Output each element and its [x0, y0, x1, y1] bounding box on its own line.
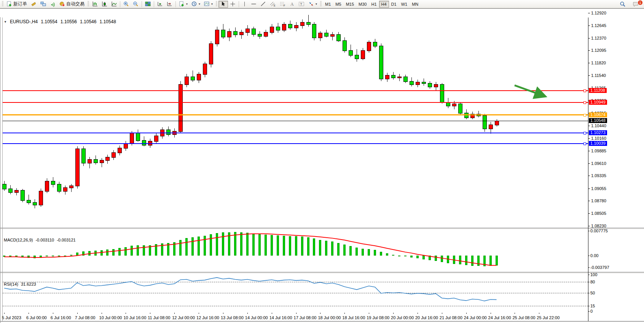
date-label[interactable]: 25 Jul 22:00	[537, 315, 560, 320]
timeframe-h1-button[interactable]: H1	[369, 1, 379, 8]
indicators-button[interactable]: ▾	[177, 1, 190, 8]
time-tick[interactable]	[174, 313, 175, 314]
date-label[interactable]: 12 Jul 00:00	[172, 315, 195, 320]
horizontal-line-object[interactable]	[3, 114, 588, 115]
toolbar-drag-handle[interactable]	[88, 1, 89, 7]
line-chart-button[interactable]	[109, 1, 119, 8]
toolbar-drag-handle[interactable]	[2, 1, 3, 7]
date-label[interactable]: 5 Jul 2023	[2, 315, 21, 320]
time-tick[interactable]	[53, 313, 53, 314]
date-label[interactable]: 24 Jul 16:00	[488, 315, 511, 320]
horizontal-line-object[interactable]	[3, 102, 588, 103]
horizontal-line-object[interactable]	[3, 133, 588, 133]
date-label[interactable]: 20 Jul 00:00	[391, 315, 414, 320]
time-tick[interactable]	[491, 313, 491, 314]
time-tick[interactable]	[77, 313, 78, 314]
time-tick[interactable]	[515, 313, 515, 314]
time-tick[interactable]	[393, 313, 394, 314]
date-label[interactable]: 10 Jul 00:00	[99, 315, 122, 320]
date-label[interactable]: 17 Jul 08:00	[294, 315, 317, 320]
candle-body	[233, 31, 238, 35]
date-label[interactable]: 19 Jul 08:00	[367, 315, 389, 320]
time-tick[interactable]	[126, 313, 126, 314]
date-label[interactable]: 6 Jul 00:00	[26, 315, 47, 320]
date-label[interactable]: 7 Jul 08:00	[75, 315, 96, 320]
line-handle[interactable]	[583, 114, 586, 117]
timeframe-m30-button[interactable]: M30	[356, 1, 369, 8]
search-button[interactable]	[618, 1, 628, 8]
date-label[interactable]: 10 Jul 16:00	[123, 315, 146, 320]
auto-trading-button[interactable]: 自动交易	[57, 1, 86, 8]
date-label[interactable]: 18 Jul 16:00	[342, 315, 365, 320]
line-handle[interactable]	[583, 101, 586, 104]
time-tick[interactable]	[150, 313, 150, 314]
time-tick[interactable]	[418, 313, 418, 314]
date-label[interactable]: 6 Jul 16:00	[51, 315, 71, 320]
zoom-out-button[interactable]	[131, 1, 140, 8]
trendline-button[interactable]	[258, 1, 268, 8]
timeframe-w1-button[interactable]: W1	[399, 1, 410, 8]
timeframe-m5-button[interactable]: M5	[333, 1, 343, 8]
timeframe-m1-button[interactable]: M1	[323, 1, 333, 8]
date-label[interactable]: 25 Jul 08:00	[512, 315, 535, 320]
arrows-button[interactable]: ▾	[306, 1, 319, 8]
tile-windows-button[interactable]	[143, 1, 153, 8]
date-label[interactable]: 24 Jul 00:00	[464, 315, 487, 320]
signals-button[interactable]	[48, 1, 57, 8]
date-label[interactable]: 14 Jul 00:00	[245, 315, 268, 320]
time-tick[interactable]	[296, 313, 296, 314]
periods-button[interactable]: ▾	[190, 1, 202, 8]
vertical-line-button[interactable]	[240, 1, 249, 8]
zoom-in-button[interactable]	[121, 1, 131, 8]
horizontal-line-object[interactable]	[3, 143, 588, 144]
date-label[interactable]: 14 Jul 16:00	[269, 315, 292, 320]
notifications-button[interactable]: 1	[631, 1, 641, 8]
cursor-button[interactable]	[218, 1, 228, 8]
line-handle[interactable]	[583, 142, 586, 145]
text-button[interactable]: A	[288, 1, 296, 8]
time-tick[interactable]	[272, 313, 272, 314]
text-label-button[interactable]: T	[296, 1, 306, 8]
time-tick[interactable]	[320, 313, 320, 314]
date-label[interactable]: 12 Jul 16:00	[196, 315, 219, 320]
date-label[interactable]: 11 Jul 08:00	[148, 315, 170, 320]
date-label[interactable]: 20 Jul 16:00	[415, 315, 438, 320]
time-tick[interactable]	[29, 313, 29, 314]
horn-button[interactable]	[29, 1, 38, 8]
time-tick[interactable]	[4, 313, 5, 314]
line-handle[interactable]	[583, 132, 586, 134]
crosshair-button[interactable]	[228, 1, 238, 8]
timeframe-m15-button[interactable]: M15	[344, 1, 356, 8]
timeframe-d1-button[interactable]: D1	[389, 1, 399, 8]
time-tick[interactable]	[466, 313, 467, 314]
date-label[interactable]: 21 Jul 08:00	[440, 315, 462, 320]
new-order-button[interactable]: 新订单	[5, 1, 29, 8]
candlestick-chart-button[interactable]	[100, 1, 109, 8]
timeframe-mn-button[interactable]: MN	[410, 1, 421, 8]
templates-button[interactable]: ▾	[202, 1, 215, 8]
date-label[interactable]: 13 Jul 08:00	[221, 315, 244, 320]
time-tick[interactable]	[369, 313, 369, 314]
time-tick[interactable]	[223, 313, 223, 314]
fibonacci-button[interactable]: F	[278, 1, 288, 8]
date-label[interactable]: 18 Jul 00:00	[318, 315, 341, 320]
horizontal-line-object[interactable]	[3, 90, 588, 91]
time-tick[interactable]	[344, 313, 345, 314]
chart-shift-button[interactable]	[165, 1, 174, 8]
toolbar-drag-handle[interactable]	[320, 1, 322, 7]
time-tick[interactable]	[539, 313, 539, 314]
equidistant-channel-button[interactable]: E	[268, 1, 278, 8]
time-tick[interactable]	[102, 313, 102, 314]
time-tick[interactable]	[199, 313, 199, 314]
timeframe-h4-button[interactable]: H4	[379, 1, 389, 8]
time-tick[interactable]	[247, 313, 248, 314]
candle-wick	[308, 15, 309, 27]
auto-scroll-button[interactable]	[155, 1, 165, 8]
horizontal-line-button[interactable]	[249, 1, 258, 8]
time-tick[interactable]	[442, 313, 442, 314]
toolbar-drag-handle[interactable]	[216, 1, 217, 7]
collapse-objects-icon[interactable]: ▼	[4, 20, 7, 24]
line-handle[interactable]	[583, 90, 586, 92]
monitors-button[interactable]	[38, 1, 48, 8]
bar-chart-button[interactable]	[90, 1, 100, 8]
